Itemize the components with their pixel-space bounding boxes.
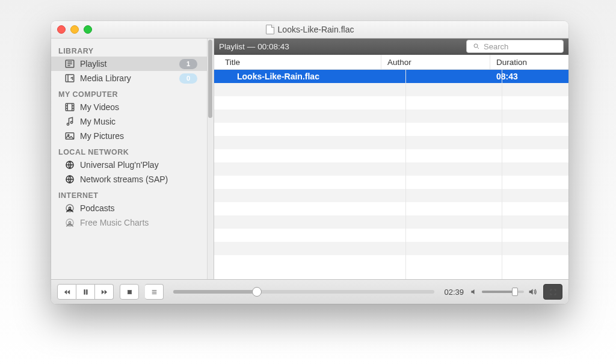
svg-rect-16 [128,290,132,294]
pictures-icon [64,131,75,141]
svg-point-9 [69,207,70,209]
table-row-empty [214,176,568,189]
traffic-lights [51,25,92,34]
previous-button[interactable] [57,284,76,300]
table-body: Looks-Like-Rain.flac 08:43 [214,70,568,279]
column-header-title[interactable]: Title [214,55,381,69]
table-row-empty [214,110,568,123]
playlist-toggle-button[interactable] [145,284,164,300]
table-row-empty [214,83,568,96]
volume-knob[interactable] [512,288,518,296]
seek-slider[interactable] [173,290,434,294]
volume-high-icon [528,287,537,297]
window-titlebar: Looks-Like-Rain.flac [51,21,568,39]
table-row-empty [214,215,568,229]
sidebar-heading-library: LIBRARY [51,42,207,57]
cell-title: Looks-Like-Rain.flac [214,72,382,81]
sidebar-item-media-library[interactable]: Media Library 0 [51,71,207,85]
table-row-empty [214,229,568,242]
playlist-header: Playlist — 00:08:43 Search [214,39,568,55]
sidebar-badge: 1 [179,59,197,69]
zoom-window-button[interactable] [84,25,92,34]
sidebar-item-podcasts[interactable]: Podcasts [51,201,207,215]
volume-slider[interactable] [482,291,524,293]
sidebar-item-my-pictures[interactable]: My Pictures [51,129,207,143]
sidebar-heading-local-network: LOCAL NETWORK [51,143,207,158]
volume-control [470,287,537,297]
sidebar-item-label: My Music [80,117,116,126]
pause-button[interactable] [76,284,95,300]
main-panel: Playlist — 00:08:43 Search Title Author … [214,39,568,279]
seek-knob[interactable] [252,287,262,297]
svg-point-3 [67,123,69,125]
sidebar-item-label: Free Music Charts [80,218,149,227]
podcast-icon [64,203,75,214]
playlist-table: Title Author Duration Looks-Like-Rain.fl… [214,55,568,279]
table-header-row: Title Author Duration [214,55,568,70]
sidebar-item-label: Network streams (SAP) [80,174,168,184]
sidebar-item-free-music-charts[interactable]: Free Music Charts [51,215,207,230]
playlist-header-separator: — [247,42,256,51]
svg-rect-14 [84,289,85,294]
sidebar: LIBRARY Playlist 1 Media Library 0 MY CO… [51,39,214,279]
table-row-empty [214,162,568,176]
sidebar-item-label: Universal Plug'n'Play [80,160,159,170]
svg-point-11 [69,221,70,223]
sidebar-item-upnp[interactable]: Universal Plug'n'Play [51,158,207,172]
playlist-total-duration: 00:08:43 [257,42,289,51]
sidebar-heading-my-computer: MY COMPUTER [51,85,207,100]
sidebar-item-label: Podcasts [80,203,115,213]
table-row-empty [214,149,568,162]
seek-fill [173,290,257,294]
sidebar-item-label: My Videos [80,102,119,112]
playlist-header-label: Playlist [219,42,245,51]
stop-button[interactable] [120,284,139,300]
svg-point-13 [474,44,478,48]
svg-point-4 [70,122,72,123]
table-row-empty [214,242,568,255]
search-placeholder: Search [484,42,508,51]
search-icon [473,43,480,50]
table-row-empty [214,136,568,149]
transport-group [57,284,114,300]
svg-rect-2 [66,103,74,111]
sidebar-item-label: My Pictures [80,131,124,141]
sidebar-item-label: Media Library [80,73,131,83]
sidebar-item-my-music[interactable]: My Music [51,114,207,129]
table-row-empty [214,123,568,136]
file-icon [266,25,274,34]
table-row-empty [214,255,568,268]
sidebar-scrollbar[interactable] [207,39,214,279]
volume-low-icon [470,288,478,296]
sidebar-scrollbar-thumb[interactable] [208,40,212,118]
column-header-author[interactable]: Author [381,55,490,69]
next-button[interactable] [95,284,114,300]
fullscreen-button[interactable] [543,284,562,300]
podcast-icon [64,217,75,228]
globe-icon [64,174,75,185]
window-title-text: Looks-Like-Rain.flac [278,25,354,34]
minimize-window-button[interactable] [70,25,79,34]
sidebar-item-playlist[interactable]: Playlist 1 [51,57,207,71]
window-title: Looks-Like-Rain.flac [51,25,568,34]
globe-icon [64,159,75,170]
film-icon [64,102,75,113]
table-row[interactable]: Looks-Like-Rain.flac 08:43 [214,70,568,83]
search-input[interactable]: Search [466,40,564,53]
svg-rect-15 [86,289,87,294]
close-window-button[interactable] [57,25,66,34]
column-header-duration[interactable]: Duration [490,55,568,69]
playback-controls: 02:39 [51,279,568,304]
playlist-icon [64,58,75,69]
volume-fill [482,291,515,293]
library-icon [64,73,75,84]
table-row-empty [214,202,568,215]
sidebar-item-my-videos[interactable]: My Videos [51,100,207,114]
sidebar-item-sap[interactable]: Network streams (SAP) [51,172,207,187]
sidebar-heading-internet: INTERNET [51,187,207,201]
sidebar-badge: 0 [179,73,197,84]
table-row-empty [214,96,568,110]
music-note-icon [64,116,75,127]
app-window: Looks-Like-Rain.flac LIBRARY Playlist 1 [51,21,568,304]
elapsed-time: 02:39 [444,288,464,297]
